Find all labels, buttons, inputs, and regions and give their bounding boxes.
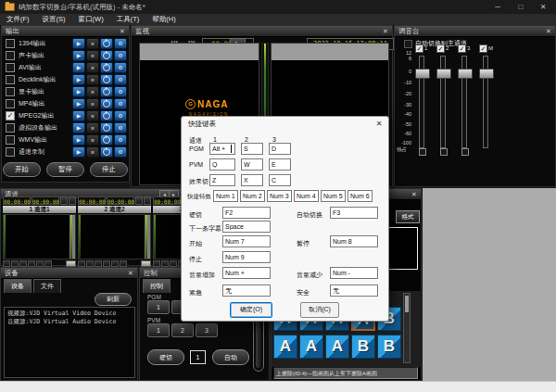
close-icon[interactable]: ✕ [118, 26, 127, 36]
hard-cut-field[interactable] [222, 207, 271, 219]
stop-icon[interactable]: ■ [86, 86, 99, 97]
folder-icon[interactable] [66, 260, 76, 267]
gear-icon[interactable]: ⚙ [114, 38, 127, 49]
volume-slider-handle[interactable] [436, 69, 451, 79]
pgm-key-2-field[interactable] [241, 143, 263, 155]
channel-options-button[interactable] [69, 196, 76, 205]
exclusive-checkbox[interactable] [419, 148, 426, 156]
transport-button[interactable] [19, 260, 27, 267]
scrollbar[interactable] [403, 293, 411, 363]
quick-effect-2-field[interactable] [240, 190, 265, 202]
stop-icon[interactable]: ■ [86, 122, 99, 133]
auto-switch-checkbox[interactable] [404, 40, 412, 48]
tab-file[interactable]: 文件 [33, 279, 61, 293]
power-icon[interactable] [100, 98, 113, 109]
pvm-key-2-field[interactable] [241, 158, 263, 171]
tab-control[interactable]: 控制 [143, 279, 171, 293]
exclusive-checkbox[interactable] [440, 148, 448, 156]
output-checkbox[interactable] [6, 63, 15, 72]
play-icon[interactable]: ▶ [72, 74, 85, 85]
transport-button[interactable] [153, 260, 160, 267]
transport-button[interactable] [120, 260, 127, 267]
output-checkbox[interactable] [6, 51, 15, 60]
auto-switch-field[interactable] [330, 207, 378, 219]
stop-icon[interactable]: ■ [86, 38, 99, 49]
format-button[interactable]: 格式 [396, 210, 420, 223]
start-button[interactable]: 开始 [3, 162, 41, 177]
quick-effect-6-field[interactable] [348, 190, 373, 202]
gear-icon[interactable]: ⚙ [114, 134, 127, 145]
pause-field[interactable] [330, 235, 378, 247]
transport-button[interactable] [161, 260, 169, 267]
quick-effect-5-field[interactable] [321, 190, 346, 202]
stop-button[interactable]: 停止 [90, 162, 128, 177]
maximize-icon[interactable]: □ [511, 0, 531, 14]
channel-checkbox[interactable]: ✓ [415, 44, 423, 53]
channel-options-button[interactable] [144, 196, 151, 205]
pgm-button-1[interactable]: 1 [147, 300, 170, 314]
stop-icon[interactable]: ■ [86, 50, 99, 61]
output-checkbox[interactable] [6, 99, 15, 108]
stop-icon[interactable]: ■ [86, 62, 99, 73]
output-checkbox[interactable] [6, 147, 15, 157]
transport-button[interactable] [95, 260, 102, 267]
effect-tile[interactable]: B [351, 335, 375, 359]
close-icon[interactable]: ✕ [544, 26, 553, 36]
menu-window[interactable]: 窗口(W) [79, 15, 104, 24]
menu-settings[interactable]: 设置(S) [43, 15, 66, 24]
folder-icon[interactable] [141, 260, 151, 267]
power-icon[interactable] [100, 50, 113, 61]
play-icon[interactable]: ▶ [72, 38, 85, 49]
gear-icon[interactable]: ⚙ [114, 50, 127, 61]
output-checkbox[interactable] [6, 39, 15, 48]
volume-down-field[interactable] [330, 267, 378, 279]
device-list[interactable]: 视频源:VJD Virtual Video Device 音频源:VJD Vir… [4, 307, 135, 378]
gear-icon[interactable]: ⚙ [114, 110, 127, 121]
channel-checkbox[interactable]: ✓ [436, 44, 445, 53]
output-checkbox[interactable]: ✓ [6, 111, 15, 120]
take-count-field[interactable]: 1 [190, 350, 206, 364]
play-icon[interactable]: ▶ [72, 122, 85, 133]
transport-button[interactable] [36, 260, 44, 267]
transport-button[interactable] [44, 260, 52, 267]
play-icon[interactable]: ▶ [72, 110, 85, 121]
pause-button[interactable]: 暂停 [46, 162, 84, 177]
stop-icon[interactable]: ■ [86, 146, 99, 158]
ok-button[interactable]: 确定(O) [230, 302, 272, 318]
transport-button[interactable] [3, 260, 10, 267]
effect-tile[interactable]: A [273, 335, 297, 359]
close-icon[interactable]: ✕ [533, 0, 553, 14]
output-checkbox[interactable] [6, 87, 15, 96]
effect-tile[interactable]: A [299, 335, 323, 359]
pvm-button-3[interactable]: 3 [196, 323, 218, 337]
pvm-key-1-field[interactable] [209, 158, 235, 171]
play-icon[interactable]: ▶ [72, 98, 85, 109]
tab-device[interactable]: 设备 [4, 279, 32, 293]
menu-tools[interactable]: 工具(T) [117, 15, 140, 24]
close-icon[interactable]: ✕ [373, 117, 385, 132]
bell-icon[interactable] [135, 196, 143, 205]
transport-button[interactable] [103, 260, 110, 267]
output-checkbox[interactable] [6, 75, 15, 84]
gear-icon[interactable]: ⚙ [114, 86, 127, 97]
exclusive-checkbox[interactable] [461, 148, 469, 156]
transport-button[interactable] [11, 260, 19, 267]
power-icon[interactable] [100, 38, 113, 49]
pvm-button-1[interactable]: 1 [147, 323, 170, 337]
effect-key-3-field[interactable] [269, 174, 291, 186]
transport-button[interactable] [78, 260, 85, 267]
pvm-button-2[interactable]: 2 [171, 323, 194, 337]
stop-icon[interactable]: ■ [86, 134, 99, 145]
gear-icon[interactable]: ⚙ [114, 98, 127, 109]
effect-tile[interactable]: A [325, 335, 349, 359]
volume-slider-handle[interactable] [415, 69, 430, 79]
channel-checkbox[interactable]: ✓ [479, 44, 487, 53]
minimize-icon[interactable]: ─ [487, 0, 508, 14]
close-icon[interactable]: ✕ [381, 26, 390, 36]
emergency-field[interactable] [222, 285, 271, 297]
auto-button[interactable]: 自动 [212, 349, 249, 365]
power-icon[interactable] [100, 134, 113, 145]
pgm-key-3-field[interactable] [269, 143, 291, 155]
close-icon[interactable]: ✕ [126, 268, 135, 278]
play-icon[interactable]: ▶ [72, 146, 85, 158]
